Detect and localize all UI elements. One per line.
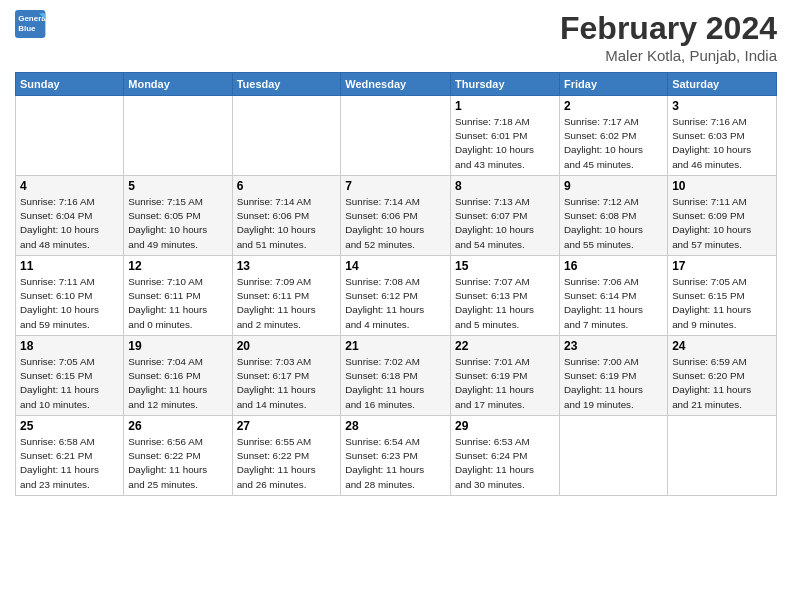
day-number: 24: [672, 339, 772, 353]
calendar-day-cell: 24Sunrise: 6:59 AM Sunset: 6:20 PM Dayli…: [668, 336, 777, 416]
calendar-day-cell: 19Sunrise: 7:04 AM Sunset: 6:16 PM Dayli…: [124, 336, 232, 416]
day-number: 10: [672, 179, 772, 193]
day-number: 19: [128, 339, 227, 353]
day-number: 26: [128, 419, 227, 433]
svg-text:Blue: Blue: [18, 24, 36, 33]
day-info: Sunrise: 7:04 AM Sunset: 6:16 PM Dayligh…: [128, 355, 227, 412]
day-number: 15: [455, 259, 555, 273]
day-number: 6: [237, 179, 337, 193]
day-number: 20: [237, 339, 337, 353]
calendar-table: SundayMondayTuesdayWednesdayThursdayFrid…: [15, 72, 777, 496]
calendar-week-row: 18Sunrise: 7:05 AM Sunset: 6:15 PM Dayli…: [16, 336, 777, 416]
calendar-day-cell: [560, 416, 668, 496]
day-number: 25: [20, 419, 119, 433]
calendar-week-row: 1Sunrise: 7:18 AM Sunset: 6:01 PM Daylig…: [16, 96, 777, 176]
calendar-day-cell: 5Sunrise: 7:15 AM Sunset: 6:05 PM Daylig…: [124, 176, 232, 256]
weekday-header-saturday: Saturday: [668, 73, 777, 96]
weekday-header-wednesday: Wednesday: [341, 73, 451, 96]
weekday-header-tuesday: Tuesday: [232, 73, 341, 96]
day-number: 17: [672, 259, 772, 273]
calendar-day-cell: 4Sunrise: 7:16 AM Sunset: 6:04 PM Daylig…: [16, 176, 124, 256]
calendar-day-cell: 29Sunrise: 6:53 AM Sunset: 6:24 PM Dayli…: [451, 416, 560, 496]
day-info: Sunrise: 7:15 AM Sunset: 6:05 PM Dayligh…: [128, 195, 227, 252]
day-info: Sunrise: 7:18 AM Sunset: 6:01 PM Dayligh…: [455, 115, 555, 172]
day-info: Sunrise: 7:03 AM Sunset: 6:17 PM Dayligh…: [237, 355, 337, 412]
day-number: 16: [564, 259, 663, 273]
day-number: 9: [564, 179, 663, 193]
calendar-day-cell: 28Sunrise: 6:54 AM Sunset: 6:23 PM Dayli…: [341, 416, 451, 496]
calendar-week-row: 25Sunrise: 6:58 AM Sunset: 6:21 PM Dayli…: [16, 416, 777, 496]
day-info: Sunrise: 7:05 AM Sunset: 6:15 PM Dayligh…: [20, 355, 119, 412]
calendar-day-cell: [124, 96, 232, 176]
day-info: Sunrise: 7:12 AM Sunset: 6:08 PM Dayligh…: [564, 195, 663, 252]
day-info: Sunrise: 7:05 AM Sunset: 6:15 PM Dayligh…: [672, 275, 772, 332]
calendar-day-cell: 21Sunrise: 7:02 AM Sunset: 6:18 PM Dayli…: [341, 336, 451, 416]
day-info: Sunrise: 6:59 AM Sunset: 6:20 PM Dayligh…: [672, 355, 772, 412]
day-info: Sunrise: 7:11 AM Sunset: 6:09 PM Dayligh…: [672, 195, 772, 252]
day-info: Sunrise: 6:58 AM Sunset: 6:21 PM Dayligh…: [20, 435, 119, 492]
calendar-day-cell: 9Sunrise: 7:12 AM Sunset: 6:08 PM Daylig…: [560, 176, 668, 256]
page: General Blue General Blue February 2024 …: [0, 0, 792, 506]
calendar-day-cell: 10Sunrise: 7:11 AM Sunset: 6:09 PM Dayli…: [668, 176, 777, 256]
day-info: Sunrise: 7:09 AM Sunset: 6:11 PM Dayligh…: [237, 275, 337, 332]
calendar-header: SundayMondayTuesdayWednesdayThursdayFrid…: [16, 73, 777, 96]
weekday-header-monday: Monday: [124, 73, 232, 96]
day-number: 5: [128, 179, 227, 193]
calendar-day-cell: [341, 96, 451, 176]
calendar-day-cell: [668, 416, 777, 496]
weekday-header-sunday: Sunday: [16, 73, 124, 96]
calendar-day-cell: 25Sunrise: 6:58 AM Sunset: 6:21 PM Dayli…: [16, 416, 124, 496]
day-info: Sunrise: 7:11 AM Sunset: 6:10 PM Dayligh…: [20, 275, 119, 332]
day-info: Sunrise: 7:16 AM Sunset: 6:04 PM Dayligh…: [20, 195, 119, 252]
day-info: Sunrise: 6:55 AM Sunset: 6:22 PM Dayligh…: [237, 435, 337, 492]
calendar-day-cell: 8Sunrise: 7:13 AM Sunset: 6:07 PM Daylig…: [451, 176, 560, 256]
day-info: Sunrise: 7:14 AM Sunset: 6:06 PM Dayligh…: [345, 195, 446, 252]
day-info: Sunrise: 6:56 AM Sunset: 6:22 PM Dayligh…: [128, 435, 227, 492]
day-info: Sunrise: 7:08 AM Sunset: 6:12 PM Dayligh…: [345, 275, 446, 332]
calendar-day-cell: 23Sunrise: 7:00 AM Sunset: 6:19 PM Dayli…: [560, 336, 668, 416]
day-info: Sunrise: 7:01 AM Sunset: 6:19 PM Dayligh…: [455, 355, 555, 412]
day-info: Sunrise: 7:00 AM Sunset: 6:19 PM Dayligh…: [564, 355, 663, 412]
day-number: 18: [20, 339, 119, 353]
main-title: February 2024: [560, 10, 777, 47]
day-number: 1: [455, 99, 555, 113]
calendar-day-cell: [16, 96, 124, 176]
day-number: 12: [128, 259, 227, 273]
logo: General Blue General Blue: [15, 10, 47, 38]
day-number: 29: [455, 419, 555, 433]
day-number: 22: [455, 339, 555, 353]
calendar-day-cell: 14Sunrise: 7:08 AM Sunset: 6:12 PM Dayli…: [341, 256, 451, 336]
calendar-week-row: 11Sunrise: 7:11 AM Sunset: 6:10 PM Dayli…: [16, 256, 777, 336]
calendar-day-cell: 12Sunrise: 7:10 AM Sunset: 6:11 PM Dayli…: [124, 256, 232, 336]
calendar-day-cell: 13Sunrise: 7:09 AM Sunset: 6:11 PM Dayli…: [232, 256, 341, 336]
day-number: 14: [345, 259, 446, 273]
calendar-day-cell: 26Sunrise: 6:56 AM Sunset: 6:22 PM Dayli…: [124, 416, 232, 496]
calendar-day-cell: 15Sunrise: 7:07 AM Sunset: 6:13 PM Dayli…: [451, 256, 560, 336]
logo-icon: General Blue: [15, 10, 47, 38]
day-number: 8: [455, 179, 555, 193]
day-info: Sunrise: 6:53 AM Sunset: 6:24 PM Dayligh…: [455, 435, 555, 492]
calendar-day-cell: 6Sunrise: 7:14 AM Sunset: 6:06 PM Daylig…: [232, 176, 341, 256]
header: General Blue General Blue February 2024 …: [15, 10, 777, 64]
day-number: 21: [345, 339, 446, 353]
weekday-header-thursday: Thursday: [451, 73, 560, 96]
day-number: 28: [345, 419, 446, 433]
day-info: Sunrise: 6:54 AM Sunset: 6:23 PM Dayligh…: [345, 435, 446, 492]
day-number: 7: [345, 179, 446, 193]
calendar-day-cell: 27Sunrise: 6:55 AM Sunset: 6:22 PM Dayli…: [232, 416, 341, 496]
calendar-day-cell: 2Sunrise: 7:17 AM Sunset: 6:02 PM Daylig…: [560, 96, 668, 176]
day-number: 2: [564, 99, 663, 113]
calendar-day-cell: 11Sunrise: 7:11 AM Sunset: 6:10 PM Dayli…: [16, 256, 124, 336]
day-info: Sunrise: 7:07 AM Sunset: 6:13 PM Dayligh…: [455, 275, 555, 332]
day-info: Sunrise: 7:06 AM Sunset: 6:14 PM Dayligh…: [564, 275, 663, 332]
calendar-body: 1Sunrise: 7:18 AM Sunset: 6:01 PM Daylig…: [16, 96, 777, 496]
day-info: Sunrise: 7:17 AM Sunset: 6:02 PM Dayligh…: [564, 115, 663, 172]
weekday-header-friday: Friday: [560, 73, 668, 96]
calendar-day-cell: 17Sunrise: 7:05 AM Sunset: 6:15 PM Dayli…: [668, 256, 777, 336]
day-number: 13: [237, 259, 337, 273]
title-area: February 2024 Maler Kotla, Punjab, India: [560, 10, 777, 64]
day-number: 27: [237, 419, 337, 433]
weekday-header-row: SundayMondayTuesdayWednesdayThursdayFrid…: [16, 73, 777, 96]
calendar-day-cell: 7Sunrise: 7:14 AM Sunset: 6:06 PM Daylig…: [341, 176, 451, 256]
day-info: Sunrise: 7:16 AM Sunset: 6:03 PM Dayligh…: [672, 115, 772, 172]
